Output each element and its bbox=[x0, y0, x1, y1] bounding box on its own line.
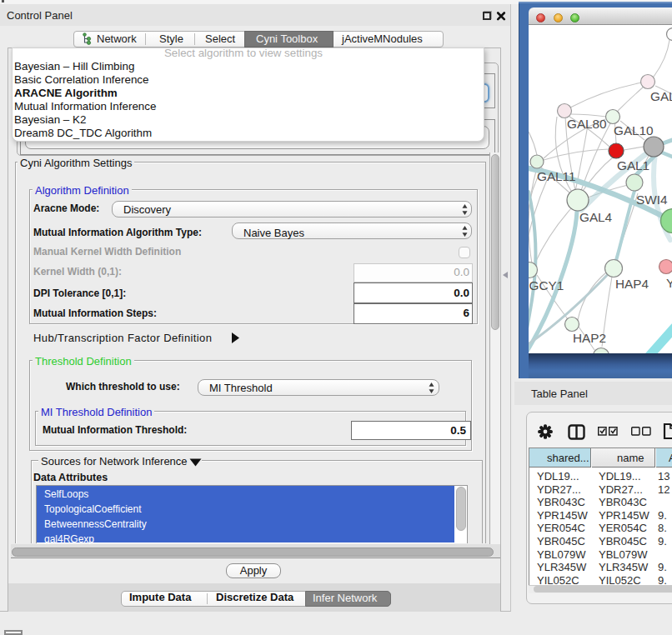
svg-text:GAL1: GAL1 bbox=[617, 158, 649, 172]
svg-text:GAL11: GAL11 bbox=[537, 169, 576, 183]
svg-text:GAL10: GAL10 bbox=[614, 123, 654, 138]
svg-text:Y: Y bbox=[666, 276, 672, 290]
svg-text:HAP4: HAP4 bbox=[615, 277, 649, 291]
svg-text:GAL80: GAL80 bbox=[567, 117, 607, 131]
svg-text:SWI4: SWI4 bbox=[636, 192, 668, 207]
svg-text:GAL8: GAL8 bbox=[650, 89, 672, 103]
svg-text:GAL4: GAL4 bbox=[579, 210, 613, 224]
svg-text:HAP2: HAP2 bbox=[573, 331, 606, 345]
svg-text:GCY1: GCY1 bbox=[529, 278, 564, 292]
